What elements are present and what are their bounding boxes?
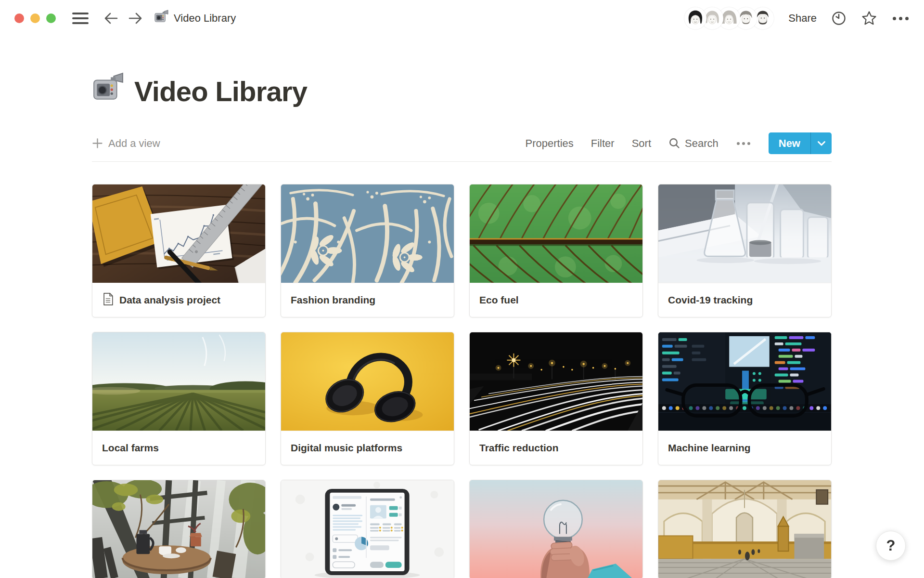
updates-clock-icon[interactable]: [831, 11, 847, 26]
gallery-card[interactable]: [281, 480, 454, 578]
card-cover-lightbulb-in-hand: [470, 480, 642, 578]
card-cover-blue-floral-pattern: [281, 184, 454, 283]
properties-button[interactable]: Properties: [526, 137, 574, 150]
card-title: Covid-19 tracking: [658, 283, 831, 317]
gallery-card[interactable]: [92, 480, 266, 578]
favorite-star-icon[interactable]: [861, 10, 877, 26]
gallery-card[interactable]: Data analysis project: [92, 184, 266, 317]
new-button[interactable]: New: [769, 132, 810, 154]
back-icon[interactable]: [103, 11, 119, 26]
traffic-lights: [14, 13, 56, 23]
sort-button[interactable]: Sort: [632, 137, 651, 150]
card-cover-wood-desk-chart: [92, 184, 265, 283]
zoom-window-button[interactable]: [46, 13, 56, 23]
gallery-card[interactable]: [658, 480, 832, 578]
breadcrumb[interactable]: Video Library: [154, 10, 236, 27]
filter-button[interactable]: Filter: [591, 137, 615, 150]
close-window-button[interactable]: [14, 13, 24, 23]
search-button[interactable]: Search: [668, 137, 719, 150]
new-dropdown-button[interactable]: [810, 132, 832, 154]
window-titlebar: Video Library Share: [0, 0, 924, 37]
gallery-card[interactable]: Eco fuel: [469, 184, 643, 317]
more-options-icon[interactable]: [892, 15, 910, 22]
card-cover-church-interior: [658, 480, 831, 578]
view-more-options-icon[interactable]: [736, 140, 751, 147]
gallery-card[interactable]: [469, 480, 643, 578]
page-title: Video Library: [92, 72, 832, 110]
gallery-card[interactable]: Digital music platforms: [281, 332, 454, 465]
card-cover-code-screens-glasses: [658, 332, 831, 431]
card-cover-greenhouse-cafe: [92, 480, 265, 578]
gallery-card[interactable]: Local farms: [92, 332, 266, 465]
collaborator-avatars: [684, 7, 774, 29]
help-button[interactable]: ?: [876, 531, 906, 561]
card-cover-lab-glassware: [658, 184, 831, 283]
card-title: Local farms: [92, 431, 265, 465]
sidebar-menu-icon[interactable]: [72, 13, 89, 24]
card-title: Digital music platforms: [281, 431, 454, 465]
add-view-button[interactable]: Add a view: [92, 137, 160, 150]
chevron-down-icon: [817, 141, 826, 146]
gallery-card[interactable]: Machine learning: [658, 332, 832, 465]
forward-icon[interactable]: [127, 11, 143, 26]
search-icon: [668, 137, 680, 149]
card-cover-headphones-yellow: [281, 332, 454, 431]
document-icon: [102, 292, 114, 308]
avatar[interactable]: [684, 7, 706, 29]
video-camera-icon: [92, 72, 124, 110]
new-button-group: New: [769, 132, 832, 154]
video-camera-icon: [154, 10, 168, 27]
card-title: Data analysis project: [92, 283, 265, 317]
breadcrumb-title: Video Library: [174, 12, 236, 25]
gallery-card[interactable]: Fashion branding: [281, 184, 454, 317]
view-toolbar: Add a view Properties Filter Sort Search…: [92, 132, 832, 162]
card-title: Eco fuel: [470, 283, 642, 317]
page-title-text: Video Library: [134, 75, 307, 107]
card-cover-farm-field: [92, 332, 265, 431]
card-title: Fashion branding: [281, 283, 454, 317]
gallery-grid: Data analysis project: [92, 184, 832, 578]
gallery-card[interactable]: Covid-19 tracking: [658, 184, 832, 317]
page-body: Video Library Add a view Properties Filt…: [92, 72, 832, 578]
plus-icon: [92, 138, 103, 149]
card-title: Machine learning: [658, 431, 831, 465]
minimize-window-button[interactable]: [30, 13, 40, 23]
card-cover-night-highway-light-trails: [470, 332, 642, 431]
card-cover-green-leaf-macro: [470, 184, 642, 283]
card-title: Traffic reduction: [470, 431, 642, 465]
gallery-card[interactable]: Traffic reduction: [469, 332, 643, 465]
share-button[interactable]: Share: [788, 12, 817, 25]
card-cover-tablet-dashboard: [281, 480, 454, 578]
